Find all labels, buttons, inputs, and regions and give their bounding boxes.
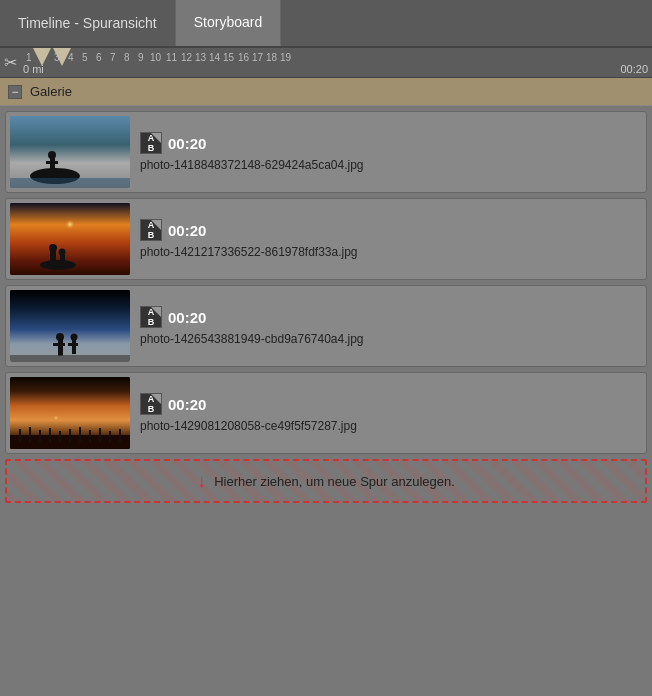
track-filename-3: photo-1426543881949-cbd9a76740a4.jpg	[140, 332, 642, 346]
track-thumbnail-2	[10, 203, 130, 275]
track-item[interactable]: AB 00:20 photo-1426543881949-cbd9a76740a…	[5, 285, 647, 367]
track-duration-2: 00:20	[168, 222, 206, 239]
track-duration-1: 00:20	[168, 135, 206, 152]
tick-10: 10	[150, 52, 161, 63]
svg-point-18	[71, 334, 78, 341]
svg-rect-16	[53, 343, 65, 346]
svg-point-10	[49, 244, 57, 252]
tick-17: 17	[252, 52, 263, 63]
tick-4: 4	[68, 52, 74, 63]
track-duration-4: 00:20	[168, 396, 206, 413]
ab-diagonal-1	[151, 133, 161, 143]
track-time-row-2: AB 00:20	[140, 219, 642, 241]
svg-rect-17	[72, 340, 76, 354]
ab-diagonal-3	[151, 307, 161, 317]
svg-point-12	[59, 249, 66, 256]
track-info-1: AB 00:20 photo-1418848372148-629424a5ca0…	[140, 132, 642, 172]
tick-15: 15	[223, 52, 234, 63]
tab-storyboard[interactable]: Storyboard	[176, 0, 281, 46]
svg-point-7	[58, 216, 82, 240]
scissors-icon: ✂	[4, 53, 17, 72]
thumbnail-svg-3	[10, 290, 130, 362]
tick-9: 9	[138, 52, 144, 63]
track-time-row-1: AB 00:20	[140, 132, 642, 154]
ab-icon-4: AB	[140, 393, 162, 415]
track-item[interactable]: AB 00:20 photo-1429081208058-ce49f5f5728…	[5, 372, 647, 454]
thumbnail-svg-1	[10, 116, 130, 188]
thumbnail-svg-2	[10, 203, 130, 275]
ruler-left: ✂	[0, 53, 21, 72]
svg-rect-11	[60, 255, 65, 265]
tick-8: 8	[124, 52, 130, 63]
tick-3: 3	[54, 52, 60, 63]
track-thumbnail-3	[10, 290, 130, 362]
svg-rect-20	[10, 355, 130, 362]
ruler-area: 1 3 4 5 6 7 8 9 10 11 12 13 14 15 16 17 …	[21, 48, 652, 77]
track-info-3: AB 00:20 photo-1426543881949-cbd9a76740a…	[140, 306, 642, 346]
tick-1: 1	[26, 52, 32, 63]
ab-diagonal-2	[151, 220, 161, 230]
track-item[interactable]: AB 00:20 photo-1418848372148-629424a5ca0…	[5, 111, 647, 193]
svg-point-22	[48, 407, 68, 427]
tab-storyboard-label: Storyboard	[194, 14, 262, 30]
track-item[interactable]: AB 00:20 photo-1421217336522-861978fdf33…	[5, 198, 647, 280]
tick-7: 7	[110, 52, 116, 63]
svg-rect-9	[50, 251, 56, 265]
tick-12: 12	[181, 52, 192, 63]
gallery-header: − Galerie	[0, 78, 652, 106]
track-time-row-4: AB 00:20	[140, 393, 642, 415]
ruler-time-left: 0 mi	[23, 63, 44, 75]
tick-18: 18	[266, 52, 277, 63]
tick-16: 16	[238, 52, 249, 63]
minus-icon: −	[11, 85, 18, 99]
drop-arrow-icon: ↓	[197, 471, 206, 492]
track-filename-2: photo-1421217336522-861978fdf33a.jpg	[140, 245, 642, 259]
thumbnail-svg-4	[10, 377, 130, 449]
svg-rect-5	[10, 178, 130, 188]
tab-bar: Timeline - Spuransicht Storyboard	[0, 0, 652, 48]
tick-11: 11	[166, 52, 177, 63]
svg-rect-19	[68, 343, 78, 346]
svg-point-15	[56, 333, 64, 341]
svg-point-8	[40, 260, 76, 270]
track-info-4: AB 00:20 photo-1429081208058-ce49f5f5728…	[140, 393, 642, 433]
svg-rect-14	[58, 340, 63, 356]
svg-rect-13	[10, 290, 130, 362]
tick-5: 5	[82, 52, 88, 63]
track-thumbnail-4	[10, 377, 130, 449]
ruler: ✂ 1 3 4 5 6 7 8 9 10 11 12 13 14 15 16 1…	[0, 48, 652, 78]
track-filename-4: photo-1429081208058-ce49f5f57287.jpg	[140, 419, 642, 433]
ab-icon-1: AB	[140, 132, 162, 154]
svg-rect-2	[50, 158, 55, 174]
svg-point-3	[48, 151, 56, 159]
ab-icon-3: AB	[140, 306, 162, 328]
drop-zone-text: Hierher ziehen, um neue Spur anzulegen.	[214, 474, 455, 489]
tab-timeline-label: Timeline - Spuransicht	[18, 15, 157, 31]
tick-6: 6	[96, 52, 102, 63]
tick-14: 14	[209, 52, 220, 63]
track-filename-1: photo-1418848372148-629424a5ca04.jpg	[140, 158, 642, 172]
track-time-row-3: AB 00:20	[140, 306, 642, 328]
tick-13: 13	[195, 52, 206, 63]
ruler-time-right: 00:20	[620, 63, 648, 75]
track-info-2: AB 00:20 photo-1421217336522-861978fdf33…	[140, 219, 642, 259]
ab-diagonal-4	[151, 394, 161, 404]
ab-icon-2: AB	[140, 219, 162, 241]
tick-19: 19	[280, 52, 291, 63]
svg-rect-4	[46, 161, 58, 164]
drop-zone[interactable]: ↓ Hierher ziehen, um neue Spur anzulegen…	[5, 459, 647, 503]
track-thumbnail-1	[10, 116, 130, 188]
track-duration-3: 00:20	[168, 309, 206, 326]
gallery-title: Galerie	[30, 84, 72, 99]
tab-timeline[interactable]: Timeline - Spuransicht	[0, 0, 176, 46]
content-area: − Galerie	[0, 78, 652, 696]
gallery-collapse-button[interactable]: −	[8, 85, 22, 99]
